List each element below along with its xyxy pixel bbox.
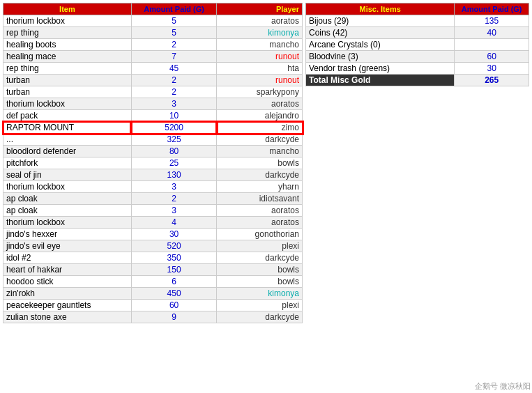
cell-player: gonothorian bbox=[217, 229, 303, 240]
cell-player: darkcyde bbox=[217, 252, 303, 264]
cell-item: thorium lockbox bbox=[3, 98, 132, 110]
cell-amount: 150 bbox=[131, 264, 217, 276]
table-row: jindo's hexxer30gonothorian bbox=[3, 229, 303, 240]
header-amount: Amount Paid (G) bbox=[131, 3, 217, 15]
misc-cell-amount: 135 bbox=[455, 15, 529, 27]
cell-player: plexi bbox=[217, 300, 303, 311]
misc-cell-item: Bijous (29) bbox=[306, 15, 455, 27]
table-row: thorium lockbox5aoratos bbox=[3, 15, 303, 27]
cell-player: darkcyde bbox=[217, 311, 303, 323]
misc-header-amount: Amount Paid (G) bbox=[455, 3, 529, 15]
cell-item: jindo's evil eye bbox=[3, 240, 132, 252]
cell-item: turban bbox=[3, 75, 132, 86]
misc-table: Misc. Items Amount Paid (G) Bijous (29)1… bbox=[305, 3, 529, 86]
cell-player: aoratos bbox=[217, 98, 303, 110]
cell-amount: 3 bbox=[131, 98, 217, 110]
cell-player: mancho bbox=[217, 146, 303, 157]
misc-cell-item: Vendor trash (greens) bbox=[306, 63, 455, 75]
table-row: RAPTOR MOUNT5200zimo bbox=[3, 122, 303, 134]
table-row: heart of hakkar150bowls bbox=[3, 264, 303, 276]
cell-item: thorium lockbox bbox=[3, 181, 132, 193]
cell-item: healing boots bbox=[3, 39, 132, 51]
cell-amount: 2 bbox=[131, 86, 217, 98]
cell-item: thorium lockbox bbox=[3, 217, 132, 229]
misc-cell-item: Arcane Crystals (0) bbox=[306, 39, 455, 51]
misc-table-row: Total Misc Gold265 bbox=[306, 75, 529, 86]
table-row: bloodlord defender80mancho bbox=[3, 146, 303, 157]
cell-player: darkcyde bbox=[217, 134, 303, 146]
table-row: seal of jin130darkcyde bbox=[3, 169, 303, 181]
cell-amount: 3 bbox=[131, 205, 217, 217]
cell-amount: 5200 bbox=[131, 122, 217, 134]
misc-cell-amount bbox=[455, 39, 529, 51]
cell-player: yharn bbox=[217, 181, 303, 193]
cell-amount: 6 bbox=[131, 276, 217, 288]
header-item: Item bbox=[3, 3, 132, 15]
table-row: pitchfork25bowls bbox=[3, 157, 303, 169]
cell-player: runout bbox=[217, 75, 303, 86]
cell-player: kimonya bbox=[217, 288, 303, 300]
table-row: thorium lockbox3aoratos bbox=[3, 98, 303, 110]
table-row: healing mace7runout bbox=[3, 51, 303, 63]
misc-cell-amount: 265 bbox=[455, 75, 529, 86]
cell-item: idol #2 bbox=[3, 252, 132, 264]
misc-cell-amount: 40 bbox=[455, 27, 529, 39]
cell-amount: 25 bbox=[131, 157, 217, 169]
table-row: peacekeeper gauntlets60plexi bbox=[3, 300, 303, 311]
cell-item: thorium lockbox bbox=[3, 15, 132, 27]
main-container: Item Amount Paid (G) Player thorium lock… bbox=[0, 0, 532, 326]
cell-player: mancho bbox=[217, 39, 303, 51]
cell-amount: 2 bbox=[131, 193, 217, 205]
table-row: zulian stone axe9darkcyde bbox=[3, 311, 303, 323]
cell-player: zimo bbox=[217, 122, 303, 134]
table-row: ...325darkcyde bbox=[3, 134, 303, 146]
main-table-wrap: Item Amount Paid (G) Player thorium lock… bbox=[3, 3, 303, 323]
misc-cell-item: Total Misc Gold bbox=[306, 75, 455, 86]
cell-item: jindo's hexxer bbox=[3, 229, 132, 240]
misc-table-wrap: Misc. Items Amount Paid (G) Bijous (29)1… bbox=[305, 3, 529, 323]
cell-item: hoodoo stick bbox=[3, 276, 132, 288]
misc-table-row: Arcane Crystals (0) bbox=[306, 39, 529, 51]
cell-player: plexi bbox=[217, 240, 303, 252]
table-row: zin'rokh450kimonya bbox=[3, 288, 303, 300]
cell-amount: 450 bbox=[131, 288, 217, 300]
cell-player: sparkypony bbox=[217, 86, 303, 98]
cell-item: ap cloak bbox=[3, 193, 132, 205]
cell-item: bloodlord defender bbox=[3, 146, 132, 157]
main-table: Item Amount Paid (G) Player thorium lock… bbox=[3, 3, 303, 323]
cell-amount: 80 bbox=[131, 146, 217, 157]
cell-item: healing mace bbox=[3, 51, 132, 63]
cell-player: aoratos bbox=[217, 15, 303, 27]
cell-item: zulian stone axe bbox=[3, 311, 132, 323]
cell-amount: 60 bbox=[131, 300, 217, 311]
cell-player: idiotsavant bbox=[217, 193, 303, 205]
cell-player: runout bbox=[217, 51, 303, 63]
cell-amount: 30 bbox=[131, 229, 217, 240]
cell-player: bowls bbox=[217, 276, 303, 288]
misc-table-row: Vendor trash (greens)30 bbox=[306, 63, 529, 75]
cell-player: bowls bbox=[217, 157, 303, 169]
table-row: rep thing5kimonya bbox=[3, 27, 303, 39]
cell-item: zin'rokh bbox=[3, 288, 132, 300]
cell-amount: 5 bbox=[131, 27, 217, 39]
cell-item: ... bbox=[3, 134, 132, 146]
cell-player: bowls bbox=[217, 264, 303, 276]
table-row: rep thing45hta bbox=[3, 63, 303, 75]
misc-header-item: Misc. Items bbox=[306, 3, 455, 15]
cell-amount: 350 bbox=[131, 252, 217, 264]
cell-amount: 10 bbox=[131, 110, 217, 122]
table-row: turban2runout bbox=[3, 75, 303, 86]
cell-player: aoratos bbox=[217, 217, 303, 229]
cell-item: RAPTOR MOUNT bbox=[3, 122, 132, 134]
cell-item: pitchfork bbox=[3, 157, 132, 169]
cell-amount: 2 bbox=[131, 75, 217, 86]
cell-player: aoratos bbox=[217, 205, 303, 217]
cell-amount: 2 bbox=[131, 39, 217, 51]
misc-table-row: Coins (42)40 bbox=[306, 27, 529, 39]
table-row: ap cloak2idiotsavant bbox=[3, 193, 303, 205]
table-row: healing boots2mancho bbox=[3, 39, 303, 51]
cell-amount: 130 bbox=[131, 169, 217, 181]
cell-amount: 9 bbox=[131, 311, 217, 323]
cell-item: turban bbox=[3, 86, 132, 98]
cell-player: alejandro bbox=[217, 110, 303, 122]
